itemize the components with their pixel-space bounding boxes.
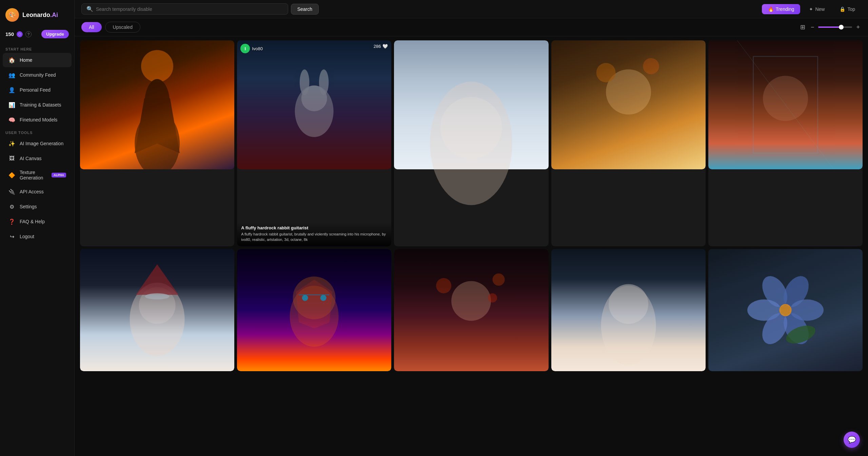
sidebar-item-settings[interactable]: ⚙ Settings [3,200,72,214]
sidebar-item-personal-feed[interactable]: 👤 Personal Feed [3,83,72,97]
card-user-info: I Ivo80 [240,44,263,53]
filter-all[interactable]: All [81,22,102,32]
topbar: 🔍 Search 🔥 Trending ✦ New 🔒 Top [75,0,868,18]
gallery-card-5[interactable] [708,40,863,246]
sidebar-item-ai-canvas[interactable]: 🖼 AI Canvas [3,151,72,166]
sidebar-item-label: Community Feed [20,72,56,78]
help-icon[interactable]: ? [25,31,32,37]
faq-icon: ❓ [8,218,16,225]
card-image-2 [237,40,391,169]
sidebar-item-label: API Access [20,189,44,194]
gallery-card-6[interactable] [80,249,234,371]
sidebar-item-logout[interactable]: ↪ Logout [3,229,72,244]
ai-image-icon: ✨ [8,140,16,147]
gallery-card-2[interactable]: I Ivo80 286 🤍 A fluffy hardrock rabbit g… [237,40,391,246]
gallery-card-4[interactable] [551,40,706,246]
card-image-7 [237,249,391,371]
heart-icon-2: 🤍 [382,44,388,49]
svg-point-11 [643,58,659,74]
filter-upscaled[interactable]: Upscaled [105,22,140,33]
settings-icon: ⚙ [8,203,16,210]
sidebar-item-ai-image-generation[interactable]: ✨ AI Image Generation [3,136,72,151]
search-container: 🔍 Search [81,3,319,15]
svg-point-21 [302,295,308,301]
main-content: 🔍 Search 🔥 Trending ✦ New 🔒 Top All Upsc… [75,0,868,456]
svg-point-8 [440,97,502,159]
card-image-10 [708,249,863,371]
minus-zoom-button[interactable]: − [809,22,816,32]
new-icon: ✦ [809,6,813,12]
card-image-8 [394,249,548,371]
card-caption-2: A fluffy hardrock rabbit guitarist A flu… [237,222,391,246]
sidebar-item-texture-generation[interactable]: 🔶 Texture Generation ALPHA [3,166,72,184]
card-avatar-2: I [240,44,250,53]
texture-icon: 🔶 [8,171,16,179]
svg-point-6 [301,86,327,111]
sidebar-item-home[interactable]: 🏠 Home [3,53,72,67]
sidebar-item-training-datasets[interactable]: 📊 Training & Datasets [3,98,72,112]
search-input-wrap: 🔍 [81,3,288,15]
community-icon: 👥 [8,71,16,79]
svg-point-22 [320,295,327,301]
svg-point-26 [488,293,497,302]
svg-line-14 [737,40,834,169]
search-button[interactable]: Search [291,4,319,15]
card-image-1 [80,40,234,169]
card-username-2: Ivo80 [252,46,263,51]
card-image-3 [394,40,548,246]
gallery-card-3[interactable] [394,40,548,246]
tab-top[interactable]: 🔒 Top [833,4,861,14]
svg-point-23 [451,281,491,321]
grid-view-button[interactable]: ⊞ [799,22,807,32]
gallery-card-1[interactable] [80,40,234,246]
credits-icon: ⬡ [17,31,23,37]
plus-zoom-button[interactable]: + [855,22,861,32]
logo-avatar: 🎨 [5,8,19,22]
svg-point-0 [141,50,173,82]
tab-trending[interactable]: 🔥 Trending [762,4,801,14]
top-icon: 🔒 [840,6,845,12]
gallery-card-10[interactable] [708,249,863,371]
zoom-slider[interactable] [818,26,852,28]
sidebar-item-api-access[interactable]: 🔌 API Access [3,185,72,199]
training-icon: 📊 [8,101,16,109]
gallery-card-7[interactable] [237,249,391,371]
sidebar-item-label: AI Image Generation [20,141,63,146]
svg-point-17 [145,293,170,299]
trending-icon: 🔥 [768,6,774,12]
api-icon: 🔌 [8,188,16,195]
gallery-card-8[interactable] [394,249,548,371]
chat-icon: 💬 [848,436,856,444]
sidebar-item-community-feed[interactable]: 👥 Community Feed [3,68,72,82]
zoom-slider-container [818,26,852,28]
upgrade-button[interactable]: Upgrade [41,30,69,38]
card-image-4 [551,40,706,169]
sidebar-item-label: Personal Feed [20,87,51,93]
sidebar-item-label: Finetuned Models [20,117,57,122]
svg-point-28 [609,284,648,324]
chat-fab-button[interactable]: 💬 [844,432,860,448]
gallery-card-9[interactable] [551,249,706,371]
filterbar: All Upscaled ⊞ − + [75,18,868,36]
sidebar-item-faq-help[interactable]: ❓ FAQ & Help [3,214,72,229]
sidebar-item-finetuned-models[interactable]: 🧠 Finetuned Models [3,113,72,127]
sidebar-item-label: Home [20,57,32,63]
svg-point-25 [493,273,505,286]
view-controls: ⊞ − + [799,22,861,32]
card-desc-2: A fluffy hardrock rabbit guitarist, brut… [241,232,387,242]
search-input[interactable] [96,6,283,12]
card-likes-2: 286 🤍 [374,44,388,49]
personal-icon: 👤 [8,86,16,94]
top-tabs: 🔥 Trending ✦ New 🔒 Top [762,4,861,14]
sidebar-section-start: Start Here [0,44,74,53]
svg-point-35 [779,304,791,316]
sidebar: 🎨 Leonardo.Ai 150 ⬡ ? Upgrade Start Here… [0,0,75,456]
search-icon: 🔍 [86,6,93,12]
sidebar-item-label: Logout [20,234,34,239]
gallery: I Ivo80 286 🤍 A fluffy hardrock rabbit g… [75,36,868,456]
tab-new[interactable]: ✦ New [803,4,831,14]
models-icon: 🧠 [8,116,16,124]
card-title-2: A fluffy hardrock rabbit guitarist [241,225,387,230]
sidebar-section-tools: User Tools [0,127,74,136]
card-image-5 [708,40,863,169]
